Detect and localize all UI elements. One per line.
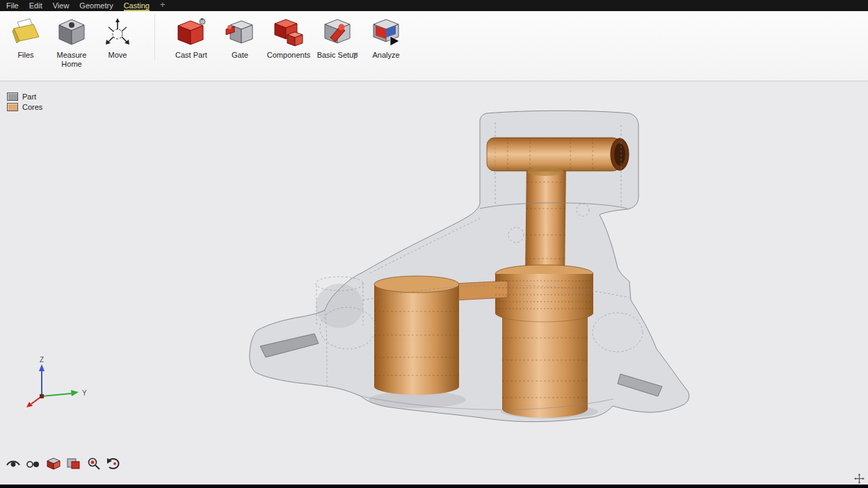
move-button[interactable]: Move: [97, 14, 138, 60]
view-toolbar: [6, 457, 122, 471]
legend-cores-label: Cores: [22, 103, 42, 111]
show-part-icon[interactable]: [46, 457, 61, 471]
gate-label: Gate: [232, 51, 248, 60]
menu-casting[interactable]: Casting: [124, 0, 150, 11]
show-cores-icon[interactable]: [66, 457, 81, 471]
components-button[interactable]: Components: [265, 14, 312, 60]
bottom-edge-strip: [0, 485, 868, 488]
move-icon: [102, 14, 134, 50]
measure-home-button[interactable]: Measure Home: [51, 14, 92, 69]
ribbon-group-home: Files Measure Home: [6, 14, 143, 69]
analyze-label: Analyze: [372, 51, 399, 60]
files-button[interactable]: Files: [6, 14, 46, 60]
legend: Part Cores: [7, 92, 42, 113]
cast-part-label: Cast Part: [175, 51, 207, 60]
cast-part-icon: [175, 14, 207, 50]
components-icon: [273, 14, 305, 50]
menu-file[interactable]: File: [6, 0, 19, 11]
orientation-triad: Z Y: [3, 355, 94, 410]
cast-part-button[interactable]: Cast Part: [168, 14, 215, 60]
legend-item-cores: Cores: [7, 103, 42, 111]
measure-home-icon: [56, 14, 88, 50]
files-icon: [10, 14, 42, 50]
basic-setup-icon: [321, 14, 353, 50]
basic-setup-label: Basic Setup: [317, 51, 358, 60]
view-mode-icon[interactable]: [26, 457, 41, 471]
menubar: File Edit View Geometry Casting +: [0, 0, 868, 11]
move-label: Move: [108, 51, 127, 60]
analyze-button[interactable]: Analyze: [362, 14, 410, 60]
zoom-area-icon[interactable]: [86, 457, 102, 471]
legend-part-label: Part: [22, 92, 36, 101]
components-label: Components: [267, 51, 310, 60]
cores-color-swatch: [7, 103, 18, 111]
ribbon-toolbar: Files Measure Home: [0, 11, 868, 81]
files-label: Files: [17, 51, 33, 60]
part-color-swatch: [7, 92, 18, 101]
rotate-view-icon[interactable]: [106, 457, 122, 471]
axis-z-label: Z: [40, 356, 44, 364]
ribbon-group-casting: Cast Part Gate: [154, 14, 411, 60]
menu-geometry[interactable]: Geometry: [79, 0, 113, 11]
analyze-icon: [370, 14, 402, 50]
gate-icon: [224, 14, 256, 50]
menu-edit[interactable]: Edit: [29, 0, 42, 11]
add-tab-button[interactable]: +: [160, 0, 166, 11]
axis-y-label: Y: [82, 389, 87, 397]
gate-button[interactable]: Gate: [216, 14, 264, 60]
menu-view[interactable]: View: [53, 0, 70, 11]
visibility-icon[interactable]: [6, 457, 21, 471]
application-window: File Edit View Geometry Casting + Files: [0, 0, 868, 488]
basic-setup-button[interactable]: Basic Setup: [314, 14, 361, 60]
basic-setup-dropdown-icon[interactable]: [353, 53, 358, 56]
legend-item-part: Part: [7, 92, 42, 101]
measure-home-label: Measure Home: [51, 51, 92, 69]
